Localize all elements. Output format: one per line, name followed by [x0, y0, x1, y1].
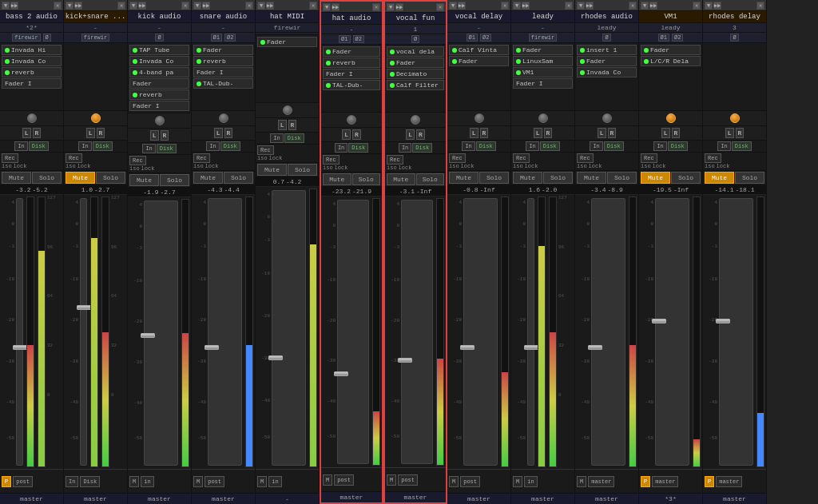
fader-track[interactable] — [655, 198, 689, 466]
expand-icon[interactable]: ▶▶ — [395, 3, 403, 11]
plugin-slot[interactable]: vocal dela — [387, 46, 444, 57]
fader-knob[interactable] — [602, 113, 612, 123]
mute-button[interactable]: Mute — [387, 173, 415, 185]
disk-button[interactable]: Disk — [220, 141, 240, 151]
fader-track[interactable] — [401, 200, 433, 464]
disk-button[interactable]: Disk — [284, 133, 304, 143]
io-slot-button[interactable]: Ø — [411, 35, 419, 43]
rec-button[interactable]: Rec — [705, 153, 721, 163]
io-slot-button[interactable]: Ø2 — [672, 34, 683, 42]
bottom-right-button[interactable]: post — [204, 476, 224, 487]
fader-thumb[interactable] — [460, 345, 475, 350]
fader-thumb[interactable] — [204, 345, 219, 350]
channel-name-kickaudio[interactable]: kick audio — [128, 11, 191, 23]
in-button[interactable]: In — [206, 141, 219, 151]
fader-thumb[interactable] — [77, 305, 91, 310]
fader-track[interactable] — [591, 198, 625, 466]
left-button[interactable]: L — [598, 128, 606, 138]
plugin-slot[interactable]: Calf Filter — [387, 80, 444, 90]
plugin-slot[interactable]: Fader — [129, 78, 189, 89]
io-slot-button[interactable]: Ø1 — [339, 35, 350, 43]
plugin-slot[interactable]: reverb — [129, 89, 189, 100]
solo-button[interactable]: Solo — [416, 173, 445, 185]
left-button[interactable]: L — [86, 128, 95, 138]
disk-button[interactable]: Disk — [93, 141, 113, 151]
bottom-right-button[interactable]: master — [716, 476, 742, 487]
collapse-icon[interactable]: ▼ — [323, 3, 331, 11]
disk-button[interactable]: Disk — [348, 143, 368, 153]
fader-thumb[interactable] — [716, 319, 730, 323]
plugin-slot[interactable]: Invada Hi — [2, 45, 62, 55]
mute-button[interactable]: Mute — [705, 172, 734, 184]
x-icon[interactable]: ✕ — [693, 2, 701, 10]
plugin-slot[interactable]: Fader — [387, 58, 444, 68]
disk-button[interactable]: Disk — [668, 141, 688, 151]
fader-knob[interactable] — [347, 115, 356, 125]
collapse-icon[interactable]: ▼ — [387, 3, 395, 11]
bottom-right-button[interactable]: Disk — [80, 476, 100, 487]
expand-icon[interactable]: ▶▶ — [586, 2, 594, 10]
plugin-slot[interactable]: reverb — [193, 56, 253, 66]
solo-button[interactable]: Solo — [96, 172, 125, 184]
io-slot-button[interactable]: Ø — [730, 34, 738, 42]
plugin-slot[interactable]: Fader I — [513, 78, 573, 89]
fader-track[interactable] — [272, 190, 306, 466]
expand-icon[interactable]: ▶▶ — [266, 2, 274, 10]
rec-button[interactable]: Rec — [641, 153, 657, 163]
fader-thumb[interactable] — [141, 333, 155, 338]
disk-button[interactable]: Disk — [476, 141, 496, 151]
channel-name-bass2audio[interactable]: bass 2 audio — [0, 11, 63, 23]
plugin-slot[interactable]: Fader I — [129, 101, 189, 111]
bottom-right-button[interactable]: master — [588, 476, 614, 487]
left-button[interactable]: L — [22, 128, 31, 138]
plugin-slot[interactable]: Fader — [641, 45, 701, 55]
bottom-left-button[interactable]: P — [641, 476, 650, 487]
x-icon[interactable]: ✕ — [245, 2, 253, 10]
solo-button[interactable]: Solo — [671, 172, 701, 184]
right-button[interactable]: R — [608, 128, 617, 138]
solo-button[interactable]: Solo — [479, 172, 509, 184]
mute-button[interactable]: Mute — [323, 173, 351, 185]
io-slot-button[interactable]: Ø1 — [211, 34, 222, 42]
fader-thumb[interactable] — [588, 345, 602, 350]
mute-button[interactable]: Mute — [129, 174, 159, 186]
plugin-slot[interactable]: VM1 — [513, 67, 573, 77]
rec-button[interactable]: Rec — [513, 153, 530, 163]
fader-thumb[interactable] — [524, 345, 538, 350]
plugin-slot[interactable]: Fader — [449, 56, 509, 66]
bottom-left-button[interactable]: M — [193, 476, 203, 487]
in-button[interactable]: In — [142, 144, 155, 153]
fader-knob[interactable] — [411, 115, 420, 125]
plugin-slot[interactable]: Fader — [257, 37, 317, 47]
collapse-icon[interactable]: ▼ — [449, 2, 457, 10]
solo-button[interactable]: Solo — [32, 172, 62, 184]
plugin-slot[interactable]: TAL-Dub- — [193, 78, 253, 89]
plugin-slot[interactable]: reverb — [2, 67, 62, 77]
bottom-left-button[interactable]: M — [257, 476, 267, 487]
disk-button[interactable]: Disk — [604, 141, 624, 151]
fader-track[interactable] — [463, 198, 498, 466]
right-button[interactable]: R — [544, 128, 553, 138]
channel-name-rhodesdelay[interactable]: rhodes delay — [703, 11, 766, 23]
bottom-right-button[interactable]: post — [334, 474, 354, 486]
fader-thumb[interactable] — [268, 355, 283, 360]
plugin-slot[interactable]: TAP Tube — [129, 45, 189, 55]
plugin-slot[interactable]: Invada Co — [129, 56, 189, 66]
in-button[interactable]: In — [653, 141, 666, 151]
collapse-icon[interactable]: ▼ — [513, 2, 521, 10]
x-icon[interactable]: ✕ — [372, 3, 380, 11]
channel-name-vocaldelay[interactable]: vocal delay — [447, 11, 510, 23]
expand-icon[interactable]: ▶▶ — [458, 2, 466, 10]
bottom-right-button[interactable]: post — [460, 476, 480, 487]
left-button[interactable]: L — [214, 128, 223, 138]
fader-knob[interactable] — [219, 113, 228, 123]
expand-icon[interactable]: ▶▶ — [713, 2, 721, 10]
bottom-right-button[interactable]: in — [268, 476, 281, 487]
fader-track[interactable] — [80, 198, 87, 466]
x-icon[interactable]: ✕ — [181, 2, 189, 10]
fader-knob[interactable] — [730, 113, 740, 123]
rec-button[interactable]: Rec — [577, 153, 594, 163]
disk-button[interactable]: Disk — [157, 144, 177, 153]
expand-icon[interactable]: ▶▶ — [522, 2, 530, 10]
x-icon[interactable]: ✕ — [436, 3, 444, 11]
